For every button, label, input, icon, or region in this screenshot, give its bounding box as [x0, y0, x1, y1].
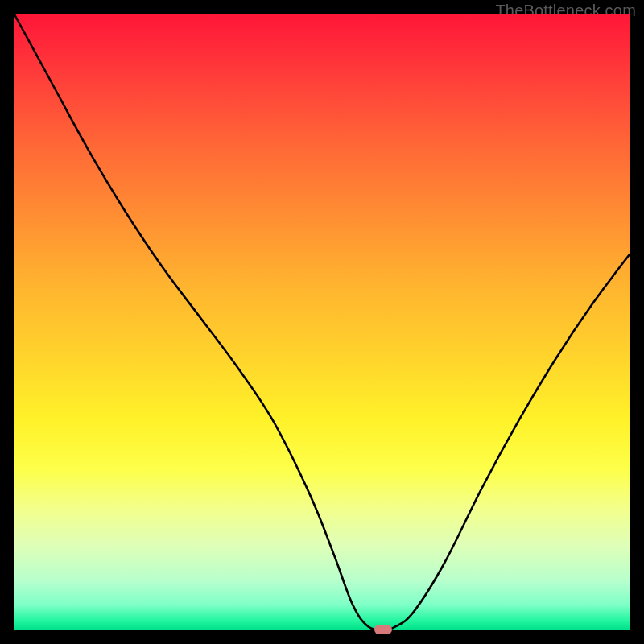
- optimal-point-marker: [374, 625, 392, 634]
- curve-path: [14, 14, 630, 630]
- bottleneck-curve: [14, 14, 630, 630]
- chart-frame: TheBottleneck.com: [0, 0, 644, 644]
- plot-area: [14, 14, 630, 630]
